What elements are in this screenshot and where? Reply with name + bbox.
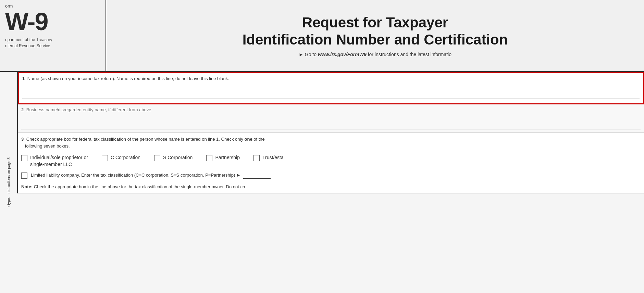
form-header: orm W-9 epartment of the Treasury nterna… [0, 0, 644, 72]
llc-arrow: ► [236, 173, 241, 178]
field-3: 3 Check appropriate box for federal tax … [18, 132, 644, 193]
field-1-label: 1 Name (as shown on your income tax retu… [22, 76, 640, 82]
checkbox-label-c-corp: C Corporation [111, 154, 140, 161]
field-2: 2 Business name/disregarded entity name,… [18, 104, 644, 132]
checkbox-box-c-corp[interactable] [102, 155, 108, 161]
llc-row: Limited liability company. Enter the tax… [21, 172, 641, 181]
header-left-panel: orm W-9 epartment of the Treasury nterna… [0, 0, 106, 71]
department-text: epartment of the Treasury nternal Revenu… [5, 37, 100, 49]
checkbox-label-partnership: Partnership [215, 154, 240, 161]
form-container: orm W-9 epartment of the Treasury nterna… [0, 0, 644, 293]
field-3-header: 3 Check appropriate box for federal tax … [21, 136, 641, 149]
checkbox-individual[interactable]: Individual/sole proprietor orsingle-memb… [21, 154, 88, 168]
note-row: Note: Check the appropriate box in the l… [21, 183, 641, 193]
checkbox-label-individual: Individual/sole proprietor orsingle-memb… [30, 154, 88, 168]
llc-underline [243, 178, 271, 179]
field-1: 1 Name (as shown on your income tax retu… [18, 72, 644, 104]
checkbox-box-trust[interactable] [253, 155, 260, 161]
checkbox-box-partnership[interactable] [206, 155, 212, 161]
field-2-input[interactable] [21, 114, 641, 129]
irs-url-line: ► Go to www.irs.gov/FormW9 for instructi… [299, 52, 451, 57]
checkbox-partnership[interactable]: Partnership [206, 154, 240, 161]
checkbox-trust[interactable]: Trust/esta [253, 154, 284, 161]
form-title-line1: Request for Taxpayer [302, 14, 448, 31]
irs-url-link: www.irs.gov/FormW9 [318, 52, 367, 57]
side-label-container: nstructions on page 3 r type. [0, 72, 17, 293]
checkbox-box-llc[interactable] [21, 173, 27, 179]
header-right-panel: Request for Taxpayer Identification Numb… [106, 0, 644, 71]
field-2-label: 2 Business name/disregarded entity name,… [21, 107, 641, 112]
checkbox-label-s-corp: S Corporation [163, 154, 193, 161]
tax-classification-checkboxes: Individual/sole proprietor orsingle-memb… [21, 154, 641, 168]
field-1-input[interactable] [22, 84, 640, 99]
checkbox-s-corp[interactable]: S Corporation [154, 154, 193, 161]
checkbox-box-s-corp[interactable] [154, 155, 160, 161]
form-title-line2: Identification Number and Certification [243, 31, 508, 48]
checkbox-c-corp[interactable]: C Corporation [102, 154, 140, 161]
form-body: 1 Name (as shown on your income tax retu… [17, 72, 644, 193]
form-number: W-9 [5, 9, 100, 34]
checkbox-box-individual[interactable] [21, 155, 27, 161]
side-label-text: nstructions on page 3 [6, 157, 11, 193]
side-label-text-2: r type. [6, 197, 11, 207]
llc-text: Limited liability company. Enter the tax… [31, 172, 272, 179]
checkbox-label-trust: Trust/esta [262, 154, 284, 161]
